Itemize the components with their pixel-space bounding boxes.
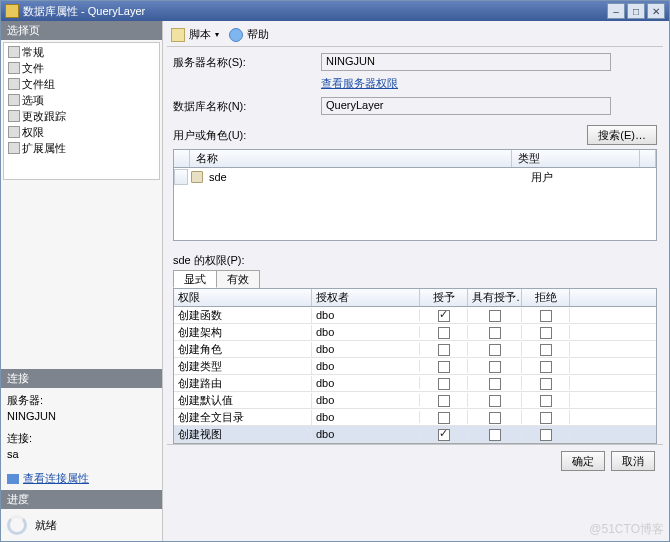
col-deny[interactable]: 拒绝 [522, 289, 570, 306]
nav-list: 常规文件文件组选项更改跟踪权限扩展属性 [3, 42, 160, 180]
checkbox[interactable] [540, 310, 552, 322]
tab-explicit[interactable]: 显式 [173, 270, 217, 288]
checkbox[interactable] [438, 344, 450, 356]
checkbox[interactable] [489, 395, 501, 407]
checkbox[interactable] [438, 310, 450, 322]
checkbox[interactable] [540, 412, 552, 424]
permission-row[interactable]: 创建默认值dbo [174, 392, 656, 409]
checkbox[interactable] [540, 327, 552, 339]
nav-item[interactable]: 权限 [4, 124, 159, 140]
checkbox[interactable] [438, 395, 450, 407]
permission-row[interactable]: 创建数据库 DDL 事件通知dbo [174, 443, 656, 444]
checkbox[interactable] [489, 344, 501, 356]
connection-icon [7, 474, 19, 484]
nav-item[interactable]: 扩展属性 [4, 140, 159, 156]
checkbox[interactable] [540, 395, 552, 407]
table-row[interactable]: sde用户 [174, 168, 656, 186]
checkbox[interactable] [438, 412, 450, 424]
connection-label: 连接: [7, 430, 156, 446]
checkbox[interactable] [438, 327, 450, 339]
permission-row[interactable]: 创建类型dbo [174, 358, 656, 375]
tab-effective[interactable]: 有效 [216, 270, 260, 288]
progress-spinner-icon [7, 515, 27, 535]
col-name[interactable]: 名称 [190, 150, 512, 167]
select-page-header: 选择页 [1, 21, 162, 40]
col-type[interactable]: 类型 [512, 150, 640, 167]
db-name-value: QueryLayer [321, 97, 611, 115]
checkbox[interactable] [540, 378, 552, 390]
ok-button[interactable]: 确定 [561, 451, 605, 471]
checkbox[interactable] [489, 429, 501, 441]
user-icon [191, 171, 203, 183]
server-name-value: NINGJUN [321, 53, 611, 71]
users-grid[interactable]: 名称 类型 sde用户 [173, 149, 657, 241]
view-server-permissions-link[interactable]: 查看服务器权限 [321, 76, 398, 91]
nav-item[interactable]: 文件 [4, 60, 159, 76]
server-value: NINGJUN [7, 408, 156, 424]
permission-row[interactable]: 创建全文目录dbo [174, 409, 656, 426]
close-button[interactable]: ✕ [647, 3, 665, 19]
permission-row[interactable]: 创建角色dbo [174, 341, 656, 358]
script-button[interactable]: 脚本 ▾ [171, 27, 219, 42]
chevron-down-icon: ▾ [215, 30, 219, 39]
connection-header: 连接 [1, 369, 162, 388]
checkbox[interactable] [438, 429, 450, 441]
server-label: 服务器: [7, 392, 156, 408]
col-withgrant[interactable]: 具有授予… [468, 289, 522, 306]
checkbox[interactable] [540, 429, 552, 441]
server-name-label: 服务器名称(S): [173, 55, 321, 70]
progress-header: 进度 [1, 490, 162, 509]
connection-value: sa [7, 446, 156, 462]
nav-item[interactable]: 常规 [4, 44, 159, 60]
cancel-button[interactable]: 取消 [611, 451, 655, 471]
minimize-button[interactable]: – [607, 3, 625, 19]
checkbox[interactable] [540, 344, 552, 356]
nav-item[interactable]: 选项 [4, 92, 159, 108]
window-title: 数据库属性 - QueryLayer [23, 4, 145, 19]
users-roles-label: 用户或角色(U): [173, 128, 246, 143]
checkbox[interactable] [438, 378, 450, 390]
permission-row[interactable]: 创建视图dbo [174, 426, 656, 443]
permissions-label: sde 的权限(P): [173, 253, 657, 268]
progress-status: 就绪 [35, 518, 57, 533]
maximize-button[interactable]: □ [627, 3, 645, 19]
help-icon [229, 28, 243, 42]
db-name-label: 数据库名称(N): [173, 99, 321, 114]
permissions-grid[interactable]: 权限 授权者 授予 具有授予… 拒绝 创建函数dbo创建架构dbo创建角色dbo… [173, 288, 657, 444]
search-button[interactable]: 搜索(E)… [587, 125, 657, 145]
checkbox[interactable] [540, 361, 552, 373]
checkbox[interactable] [489, 361, 501, 373]
view-connection-link[interactable]: 查看连接属性 [7, 472, 89, 484]
permission-row[interactable]: 创建函数dbo [174, 307, 656, 324]
checkbox[interactable] [438, 361, 450, 373]
permission-row[interactable]: 创建路由dbo [174, 375, 656, 392]
script-icon [171, 28, 185, 42]
col-grantor[interactable]: 授权者 [312, 289, 420, 306]
nav-item[interactable]: 文件组 [4, 76, 159, 92]
checkbox[interactable] [489, 310, 501, 322]
database-icon [5, 4, 19, 18]
checkbox[interactable] [489, 327, 501, 339]
checkbox[interactable] [489, 378, 501, 390]
titlebar[interactable]: 数据库属性 - QueryLayer – □ ✕ [1, 1, 669, 21]
col-permission[interactable]: 权限 [174, 289, 312, 306]
checkbox[interactable] [489, 412, 501, 424]
nav-item[interactable]: 更改跟踪 [4, 108, 159, 124]
permission-row[interactable]: 创建架构dbo [174, 324, 656, 341]
help-button[interactable]: 帮助 [229, 27, 269, 42]
col-grant[interactable]: 授予 [420, 289, 468, 306]
